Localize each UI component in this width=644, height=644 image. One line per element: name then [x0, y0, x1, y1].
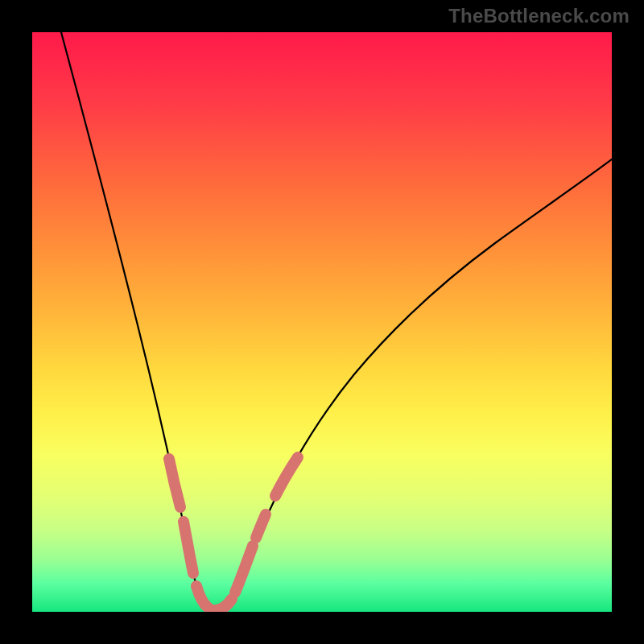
- bottleneck-curve-svg: [32, 32, 612, 612]
- highlight-seg-1: [169, 459, 180, 507]
- highlight-seg-6: [256, 514, 266, 538]
- highlight-seg-3: [196, 586, 209, 609]
- highlight-seg-7: [275, 457, 298, 496]
- chart-frame: TheBottleneck.com: [0, 0, 644, 644]
- highlight-seg-2: [184, 522, 193, 573]
- watermark-text: TheBottleneck.com: [448, 5, 630, 27]
- bottleneck-curve: [61, 32, 612, 610]
- highlight-seg-5: [235, 546, 253, 592]
- plot-area: [32, 32, 612, 612]
- highlight-seg-4: [213, 599, 232, 610]
